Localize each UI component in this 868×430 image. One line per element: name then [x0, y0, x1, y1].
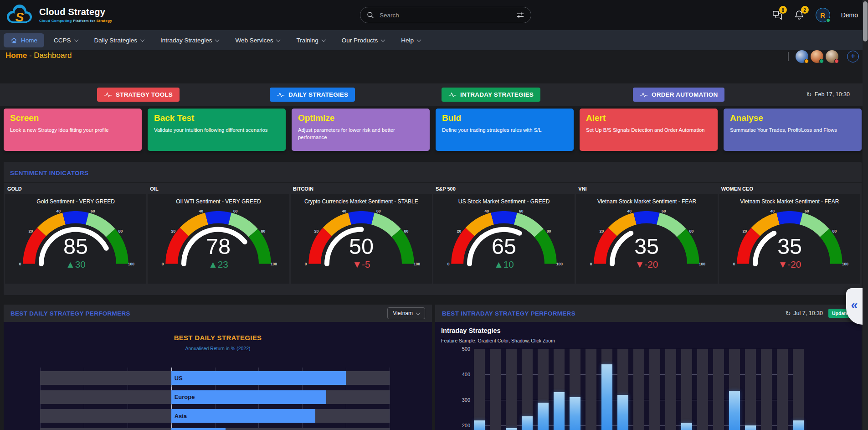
action-button-order-automation[interactable]: ORDER AUTOMATION: [633, 88, 724, 102]
intraday-bar[interactable]: [474, 420, 485, 430]
intraday-column[interactable]: [522, 349, 533, 430]
intraday-column[interactable]: [761, 349, 772, 430]
feature-card-buid[interactable]: BuidDefine your trading strategies rules…: [436, 109, 574, 151]
card-description: Define your trading strategies rules wit…: [442, 126, 567, 134]
svg-text:60: 60: [805, 209, 809, 213]
nav-item-help[interactable]: Help: [394, 33, 427, 47]
search-icon: [367, 11, 374, 19]
daily-bar-row[interactable]: [40, 428, 390, 430]
intraday-bar-plot[interactable]: 500400300200: [474, 349, 804, 430]
feature-card-screen[interactable]: ScreenLook a new Strategy idea fitting y…: [4, 109, 142, 151]
add-user-button[interactable]: +: [847, 51, 859, 62]
action-button-strategy-tools[interactable]: STRATEGY TOOLS: [97, 88, 180, 102]
intraday-bar[interactable]: [601, 364, 612, 430]
nav-item-label: CCPS: [54, 37, 71, 44]
intraday-column[interactable]: [793, 349, 804, 430]
page-scrollbar[interactable]: [863, 0, 868, 430]
card-description: Adjust parameters for lower risk and bet…: [298, 126, 423, 141]
intraday-bar[interactable]: [745, 425, 756, 430]
search-bar[interactable]: [360, 7, 531, 23]
country-dropdown[interactable]: Vietnam: [387, 307, 425, 319]
breadcrumb-section[interactable]: Home: [5, 51, 27, 60]
daily-bar[interactable]: [171, 428, 226, 430]
intraday-column[interactable]: [586, 349, 596, 430]
intraday-bar[interactable]: [538, 403, 549, 430]
svg-text:60: 60: [233, 209, 238, 213]
country-dropdown-value: Vietnam: [393, 310, 413, 316]
nav-item-daily-strategies[interactable]: Daily Strategies: [87, 33, 151, 47]
user-name: Demo: [841, 11, 858, 19]
collaborator-avatar[interactable]: [811, 50, 823, 63]
gauge-box[interactable]: Vietnam Stock Market Sentiment - FEAR020…: [719, 194, 860, 284]
gauge-box[interactable]: Gold Sentiment - VERY GREED0204060801008…: [5, 194, 146, 284]
intraday-column[interactable]: [713, 349, 724, 430]
scrollbar-thumb[interactable]: [863, 1, 868, 41]
nav-item-ccps[interactable]: CCPS: [47, 33, 85, 47]
daily-bar-row[interactable]: Europe: [40, 390, 390, 404]
intraday-bar[interactable]: [506, 428, 517, 430]
intraday-column[interactable]: [554, 349, 565, 430]
activity-pulse-icon: [448, 92, 457, 98]
svg-text:20: 20: [171, 229, 176, 233]
column-background-band: [665, 349, 676, 430]
action-button-daily-strategies[interactable]: DAILY STRATEGIES: [270, 88, 355, 102]
intraday-column[interactable]: [745, 349, 756, 430]
column-background-band: [586, 349, 596, 430]
action-button-intraday-strategies[interactable]: INTRADAY STRATEGIES: [442, 88, 540, 102]
intraday-bar[interactable]: [570, 397, 580, 430]
intraday-column[interactable]: [729, 349, 740, 430]
feature-card-alert[interactable]: AlertSet Up B/S Signals Detection and Or…: [580, 109, 718, 151]
intraday-column[interactable]: [506, 349, 517, 430]
svg-text:78: 78: [206, 234, 231, 259]
daily-bar-plot[interactable]: USEuropeAsia: [40, 371, 390, 430]
collaborator-avatar[interactable]: [796, 50, 808, 63]
intraday-column[interactable]: [474, 349, 485, 430]
intraday-column[interactable]: [777, 349, 788, 430]
intraday-bar[interactable]: [729, 391, 740, 430]
intraday-column[interactable]: [570, 349, 580, 430]
daily-bar[interactable]: Europe: [171, 390, 326, 404]
intraday-column[interactable]: [601, 349, 612, 430]
nav-item-intraday-strategies[interactable]: Intraday Strategies: [154, 33, 226, 47]
intraday-bar[interactable]: [617, 395, 628, 430]
intraday-column[interactable]: [633, 349, 644, 430]
intraday-column[interactable]: [665, 349, 676, 430]
daily-bar[interactable]: Asia: [171, 409, 315, 423]
nav-item-web-services[interactable]: Web Services: [228, 33, 287, 47]
intraday-column[interactable]: [681, 349, 692, 430]
daily-bar-row[interactable]: Asia: [40, 409, 390, 423]
intraday-bar[interactable]: [681, 423, 692, 430]
intraday-bar[interactable]: [793, 420, 804, 430]
intraday-column[interactable]: [697, 349, 708, 430]
nav-item-our-products[interactable]: Our Products: [335, 33, 392, 47]
filter-sliders-icon[interactable]: [516, 11, 524, 19]
search-input[interactable]: [379, 11, 512, 19]
messages-button[interactable]: 8: [772, 10, 783, 21]
feature-card-optimize[interactable]: OptimizeAdjust parameters for lower risk…: [292, 109, 430, 151]
feature-card-back-test[interactable]: Back TestValidate your intuition followi…: [148, 109, 286, 151]
gauge-box[interactable]: Oil WTI Sentiment - VERY GREED0204060801…: [148, 194, 289, 284]
daily-bar[interactable]: US: [171, 371, 346, 385]
y-axis-tick-label: 300: [453, 397, 470, 403]
notifications-button[interactable]: 2: [794, 10, 805, 21]
gauge-box[interactable]: Crypto Currencies Market Sentiment - STA…: [291, 194, 432, 284]
intraday-bar[interactable]: [554, 392, 565, 430]
breadcrumb: Home - Dashboard: [5, 51, 72, 60]
intraday-bar[interactable]: [522, 416, 533, 430]
collaborator-avatar[interactable]: [826, 50, 838, 63]
gauge-asset-label: OIL: [148, 183, 289, 194]
daily-bar-row[interactable]: US: [40, 371, 390, 385]
intraday-column[interactable]: [538, 349, 549, 430]
intraday-column[interactable]: [490, 349, 501, 430]
intraday-column[interactable]: [617, 349, 628, 430]
user-avatar[interactable]: R: [816, 8, 830, 22]
nav-item-home[interactable]: Home: [4, 33, 44, 47]
gauge-box[interactable]: US Stock Market Sentiment - GREED0204060…: [433, 194, 575, 284]
svg-text:85: 85: [63, 234, 88, 259]
intraday-column[interactable]: [649, 349, 660, 430]
gauge-box[interactable]: Vietnam Stock Market Sentiment - FEAR020…: [576, 194, 717, 284]
feature-card-analyse[interactable]: AnalyseSummarise Your Trades, Profit/Los…: [724, 109, 862, 151]
nav-item-training[interactable]: Training: [289, 33, 332, 47]
app-logo[interactable]: S Cloud Strategy Cloud Computing Platfor…: [5, 3, 112, 26]
svg-text:80: 80: [261, 229, 266, 233]
